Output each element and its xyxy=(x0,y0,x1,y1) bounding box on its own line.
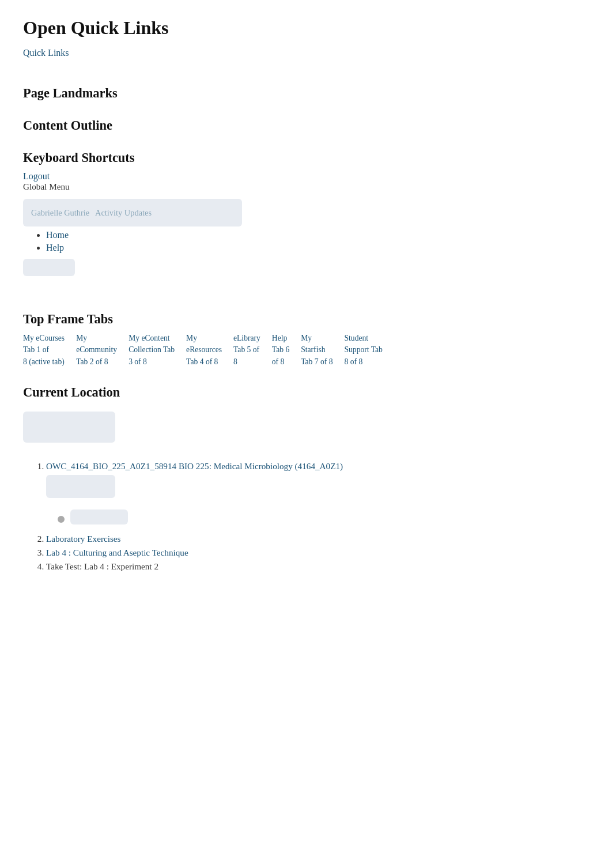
breadcrumb-text-4: Take Test: Lab 4 : Experiment 2 xyxy=(46,561,158,571)
content-outline-heading: Content Outline xyxy=(23,118,589,133)
keyboard-shortcuts-area: Logout Global Menu xyxy=(23,171,589,192)
breadcrumb-item-2: Laboratory Exercises xyxy=(46,534,589,544)
tab-elibrary[interactable]: eLibraryTab 5 of8 xyxy=(233,333,260,368)
tab-help[interactable]: HelpTab 6of 8 xyxy=(272,333,289,368)
nav-item-help[interactable]: Help xyxy=(46,243,589,253)
tab-my-starfish[interactable]: MyStarfishTab 7 of 8 xyxy=(301,333,333,368)
main-nav-list: Home Help xyxy=(23,230,589,253)
breadcrumb-link-3[interactable]: Lab 4 : Culturing and Aseptic Technique xyxy=(46,548,188,557)
quick-links-link[interactable]: Quick Links xyxy=(23,48,69,58)
tab-my-econtent[interactable]: My eContentCollection Tab3 of 8 xyxy=(129,333,175,368)
top-frame-tabs-heading: Top Frame Tabs xyxy=(23,312,589,327)
logout-link[interactable]: Logout xyxy=(23,171,50,181)
global-menu-text: Global Menu xyxy=(23,182,70,191)
breadcrumb-link-2[interactable]: Laboratory Exercises xyxy=(46,534,120,544)
page-title: Open Quick Links xyxy=(23,17,589,39)
tab-my-ecourses[interactable]: My eCoursesTab 1 of8 (active tab) xyxy=(23,333,65,368)
user-menu-blurred: Gabrielle Guthrie Activity Updates xyxy=(23,199,242,227)
location-sub-blurred xyxy=(70,510,128,524)
breadcrumb-link-1[interactable]: OWC_4164_BIO_225_A0Z1_58914 BIO 225: Med… xyxy=(46,461,343,471)
nav-item-home[interactable]: Home xyxy=(46,230,589,240)
breadcrumb-item-1: OWC_4164_BIO_225_A0Z1_58914 BIO 225: Med… xyxy=(46,461,589,471)
tabs-container: My eCoursesTab 1 of8 (active tab) MyeCom… xyxy=(23,333,589,368)
breadcrumb-item-3: Lab 4 : Culturing and Aseptic Technique xyxy=(46,548,589,558)
location-top-blurred xyxy=(23,412,115,443)
home-link[interactable]: Home xyxy=(46,230,69,240)
nav-extra-blurred xyxy=(23,259,75,276)
activity-updates-link[interactable]: Activity Updates xyxy=(95,208,152,218)
keyboard-shortcuts-heading: Keyboard Shortcuts xyxy=(23,150,589,165)
breadcrumb-list: OWC_4164_BIO_225_A0Z1_58914 BIO 225: Med… xyxy=(23,461,589,471)
help-link[interactable]: Help xyxy=(46,243,64,252)
breadcrumb-list-2: Laboratory Exercises Lab 4 : Culturing a… xyxy=(23,534,589,572)
user-name-link[interactable]: Gabrielle Guthrie xyxy=(31,208,89,218)
current-location-block: OWC_4164_BIO_225_A0Z1_58914 BIO 225: Med… xyxy=(23,406,589,572)
current-location-heading: Current Location xyxy=(23,385,589,400)
sub-bullet xyxy=(58,516,65,523)
tab-my-eresources[interactable]: MyeResourcesTab 4 of 8 xyxy=(186,333,222,368)
tab-student-support[interactable]: StudentSupport Tab8 of 8 xyxy=(345,333,383,368)
tab-my-ecommunity[interactable]: MyeCommunityTab 2 of 8 xyxy=(76,333,117,368)
location-mid-blurred xyxy=(46,475,115,498)
page-landmarks-heading: Page Landmarks xyxy=(23,86,589,101)
breadcrumb-item-4: Take Test: Lab 4 : Experiment 2 xyxy=(46,561,589,572)
